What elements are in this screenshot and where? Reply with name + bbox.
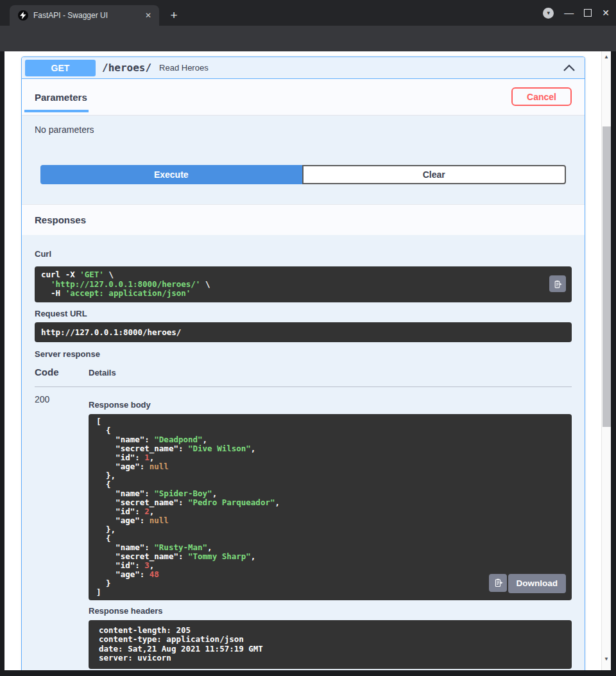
code-line: "id": 3, xyxy=(96,561,564,570)
code-line: "secret_name": "Pedro Parqueador", xyxy=(96,498,564,507)
code-line: date: Sat,21 Aug 2021 11:57:19 GMT xyxy=(99,645,561,654)
endpoint-path: /heroes/ xyxy=(102,62,151,74)
curl-command-block: curl -X 'GET' \ 'http://127.0.0.1:8000/h… xyxy=(35,266,572,302)
cancel-button[interactable]: Cancel xyxy=(511,87,572,106)
code-line: 'http://127.0.0.1:8000/heroes/' \ xyxy=(41,280,565,290)
code-line: [ xyxy=(96,417,564,426)
download-button[interactable]: Download xyxy=(508,574,567,593)
execute-wrapper: Execute Clear xyxy=(22,135,585,204)
window-minimize-button[interactable]: — xyxy=(564,10,574,16)
request-url-value: http://127.0.0.1:8000/heroes/ xyxy=(41,327,565,337)
code-line: }, xyxy=(96,471,564,480)
code-line: "name": "Deadpond", xyxy=(96,435,564,444)
code-line: "age": null xyxy=(96,516,564,525)
window-maximize-button[interactable] xyxy=(584,9,592,17)
response-body-block: [ { "name": "Deadpond", "secret_name": "… xyxy=(89,414,572,600)
code-line: }, xyxy=(96,525,564,534)
code-line: { xyxy=(96,426,564,435)
code-column-header: Code xyxy=(35,367,89,386)
code-line: { xyxy=(96,480,564,489)
clear-button[interactable]: Clear xyxy=(302,165,567,184)
opblock-get-heroes: GET /heroes/ Read Heroes Parameters Canc… xyxy=(21,56,585,670)
server-response-table: Code Details 200 Response body [ { "name… xyxy=(35,367,572,669)
browser-titlebar: FastAPI - Swagger UI ✕ + ▾ — ✕ xyxy=(0,0,616,26)
code-line: "age": null xyxy=(96,462,564,471)
opblock-summary[interactable]: GET /heroes/ Read Heroes xyxy=(22,57,585,79)
code-line: "id": 1, xyxy=(96,453,564,462)
tab-search-icon[interactable]: ▾ xyxy=(543,8,554,19)
details-column-header: Details xyxy=(89,367,116,386)
responses-body: Curl curl -X 'GET' \ 'http://127.0.0.1:8… xyxy=(22,235,585,670)
code-line: server: uvicorn xyxy=(99,654,561,663)
server-response-label: Server response xyxy=(35,349,572,359)
response-headers-lines: content-length: 205content-type: applica… xyxy=(99,626,561,663)
browser-tab-active[interactable]: FastAPI - Swagger UI ✕ xyxy=(10,5,159,26)
active-tab-underline xyxy=(24,110,89,112)
fastapi-favicon-icon xyxy=(18,10,28,21)
status-code: 200 xyxy=(35,394,89,669)
code-line: { xyxy=(96,534,564,543)
code-line: content-type: application/json xyxy=(99,635,561,645)
table-row: 200 Response body [ { "name": "Deadpond"… xyxy=(35,387,572,669)
code-line: "name": "Rusty-Man", xyxy=(96,543,564,552)
scrollbar-thumb[interactable] xyxy=(603,126,611,427)
response-headers-block: content-length: 205content-type: applica… xyxy=(89,620,572,669)
browser-toolbar: ← → ↻ 127.0.0.1:8000/docs#/default/read_… xyxy=(0,26,616,51)
responses-header: Responses xyxy=(22,204,585,235)
endpoint-summary: Read Heroes xyxy=(159,63,563,73)
tab-title: FastAPI - Swagger UI xyxy=(33,11,142,20)
response-body-code-lines: [ { "name": "Deadpond", "secret_name": "… xyxy=(96,417,564,597)
table-header-row: Code Details xyxy=(35,367,572,387)
copy-response-button[interactable] xyxy=(489,574,507,592)
code-line: "secret_name": "Tommy Sharp", xyxy=(96,552,564,561)
collapse-chevron-icon[interactable] xyxy=(563,64,576,72)
scrollbar-down-icon[interactable]: ▼ xyxy=(602,656,611,662)
responses-title: Responses xyxy=(35,214,86,225)
response-headers-label: Response headers xyxy=(89,606,572,616)
swagger-page: GET /heroes/ Read Heroes Parameters Canc… xyxy=(4,51,601,670)
window-close-button[interactable]: ✕ xyxy=(602,8,610,18)
code-line: curl -X 'GET' \ xyxy=(41,270,565,280)
request-url-block: http://127.0.0.1:8000/heroes/ xyxy=(35,322,572,342)
curl-label: Curl xyxy=(35,249,572,259)
tab-close-icon[interactable]: ✕ xyxy=(142,10,154,21)
code-line: "id": 2, xyxy=(96,507,564,516)
new-tab-button[interactable]: + xyxy=(166,8,182,24)
code-line: "name": "Spider-Boy", xyxy=(96,489,564,498)
no-parameters-text: No parameters xyxy=(22,125,585,135)
response-body-label: Response body xyxy=(89,400,572,410)
page-scrollbar[interactable]: ▲ ▼ xyxy=(601,51,611,670)
execute-button[interactable]: Execute xyxy=(40,165,302,184)
code-line: -H 'accept: application/json' xyxy=(41,289,565,299)
parameters-header: Parameters Cancel xyxy=(22,79,585,116)
code-line: content-length: 205 xyxy=(99,626,561,636)
method-badge: GET xyxy=(25,60,96,76)
request-url-label: Request URL xyxy=(35,309,572,318)
copy-curl-button[interactable] xyxy=(549,275,566,292)
parameters-title: Parameters xyxy=(35,92,87,103)
code-line: "secret_name": "Dive Wilson", xyxy=(96,444,564,453)
curl-code-lines: curl -X 'GET' \ 'http://127.0.0.1:8000/h… xyxy=(41,270,565,299)
scrollbar-up-icon[interactable]: ▲ xyxy=(602,54,611,60)
parameters-body: No parameters Execute Clear xyxy=(22,116,585,204)
